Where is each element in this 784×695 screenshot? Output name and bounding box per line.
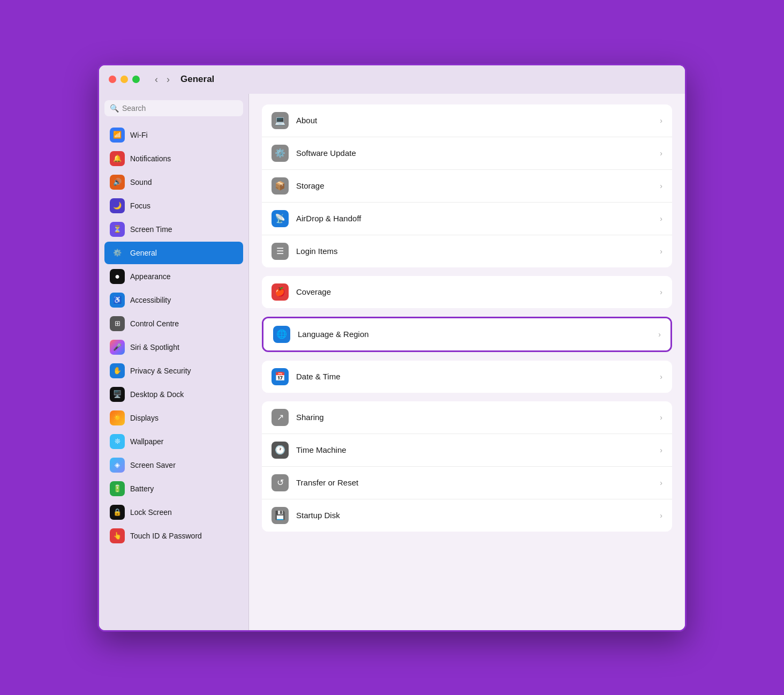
chevron-icon: › [660,149,662,158]
minimize-button[interactable] [120,76,128,83]
content-area: 🔍 📶 Wi-Fi 🔔 Notifications 🔊 Sound 🌙 Focu… [99,94,685,630]
sidebar-item-lock-screen[interactable]: 🔒 Lock Screen [104,501,243,524]
chevron-icon: › [660,182,662,190]
window-title: General [180,74,214,85]
startup-disk-icon: 💾 [272,507,289,524]
sidebar-item-label: Desktop & Dock [130,390,184,399]
date-time-icon: 📅 [272,368,289,385]
privacy-icon: ✋ [110,363,125,378]
settings-group-1: 💻 About › ⚙️ Software Update › 📦 Storage… [262,104,672,267]
sidebar-item-battery[interactable]: 🔋 Battery [104,477,243,500]
siri-icon: 🎤 [110,340,125,355]
language-region-label: Language & Region [298,330,651,339]
sidebar-item-label: Screen Time [130,225,172,234]
sidebar-item-wallpaper[interactable]: ❊ Wallpaper [104,430,243,453]
sidebar-item-sound[interactable]: 🔊 Sound [104,171,243,193]
software-update-icon: ⚙️ [272,145,289,162]
sidebar-item-desktop-dock[interactable]: 🖥️ Desktop & Dock [104,383,243,406]
screen-time-icon: ⏳ [110,222,125,237]
chevron-icon: › [660,116,662,125]
sidebar-item-label: Appearance [130,272,171,281]
sidebar-item-control-centre[interactable]: ⊞ Control Centre [104,312,243,335]
notifications-icon: 🔔 [110,151,125,166]
language-region-row[interactable]: 🌐 Language & Region › [263,318,670,350]
sidebar-item-general[interactable]: ⚙️ General [104,242,243,264]
login-items-row[interactable]: ☰ Login Items › [262,235,672,267]
coverage-icon: 🍎 [272,283,289,301]
sharing-row[interactable]: ↗ Sharing › [262,401,672,434]
sidebar-item-touch-id[interactable]: 👆 Touch ID & Password [104,525,243,547]
sidebar-item-label: Displays [130,414,159,422]
settings-group-5: ↗ Sharing › 🕐 Time Machine › ↺ Transfer … [262,401,672,532]
search-input[interactable] [122,104,238,113]
about-row[interactable]: 💻 About › [262,104,672,137]
coverage-row[interactable]: 🍎 Coverage › [262,276,672,308]
desktop-dock-icon: 🖥️ [110,387,125,402]
sidebar-item-screen-saver[interactable]: ◈ Screen Saver [104,454,243,476]
chevron-icon: › [658,330,661,339]
maximize-button[interactable] [132,76,140,83]
forward-button[interactable]: › [163,73,173,86]
startup-disk-row[interactable]: 💾 Startup Disk › [262,499,672,532]
appearance-icon: ● [110,269,125,284]
sidebar-item-label: General [130,249,157,257]
sidebar-item-siri-spotlight[interactable]: 🎤 Siri & Spotlight [104,336,243,358]
airdrop-handoff-row[interactable]: 📡 AirDrop & Handoff › [262,203,672,235]
sidebar-item-label: Wi-Fi [130,131,148,139]
startup-disk-label: Startup Disk [296,511,652,520]
time-machine-icon: 🕐 [272,442,289,459]
sidebar-item-displays[interactable]: ☀️ Displays [104,407,243,429]
date-time-label: Date & Time [296,372,652,381]
sidebar-item-notifications[interactable]: 🔔 Notifications [104,147,243,170]
sidebar-item-label: Screen Saver [130,461,176,469]
language-region-icon: 🌐 [273,326,290,343]
transfer-reset-row[interactable]: ↺ Transfer or Reset › [262,467,672,499]
nav-buttons: ‹ › [152,73,173,86]
system-preferences-window: ‹ › General 🔍 📶 Wi-Fi 🔔 Notifications 🔊 … [97,64,687,632]
software-update-row[interactable]: ⚙️ Software Update › [262,137,672,170]
login-items-icon: ☰ [272,243,289,260]
settings-list: 💻 About › ⚙️ Software Update › 📦 Storage… [262,104,672,540]
chevron-icon: › [660,372,662,381]
sidebar-item-label: Control Centre [130,319,179,328]
sidebar-item-accessibility[interactable]: ♿ Accessibility [104,289,243,311]
sidebar-item-label: Accessibility [130,296,171,304]
airdrop-icon: 📡 [272,210,289,227]
chevron-icon: › [660,413,662,422]
touch-id-icon: 👆 [110,528,125,543]
transfer-reset-label: Transfer or Reset [296,478,652,487]
sidebar-item-label: Notifications [130,154,171,163]
back-button[interactable]: ‹ [152,73,161,86]
storage-row[interactable]: 📦 Storage › [262,170,672,203]
battery-icon: 🔋 [110,481,125,496]
focus-icon: 🌙 [110,198,125,213]
traffic-lights [109,76,140,83]
sidebar-item-screen-time[interactable]: ⏳ Screen Time [104,218,243,241]
date-time-row[interactable]: 📅 Date & Time › [262,361,672,393]
displays-icon: ☀️ [110,410,125,425]
sidebar-item-label: Touch ID & Password [130,532,202,540]
sidebar-item-label: Privacy & Security [130,367,191,375]
time-machine-label: Time Machine [296,445,652,454]
sidebar-item-appearance[interactable]: ● Appearance [104,265,243,288]
lock-screen-icon: 🔒 [110,505,125,520]
chevron-icon: › [660,288,662,296]
transfer-reset-icon: ↺ [272,474,289,491]
settings-group-3: 🌐 Language & Region › [262,317,672,352]
sidebar-item-focus[interactable]: 🌙 Focus [104,195,243,217]
chevron-icon: › [660,479,662,487]
sidebar-item-label: Sound [130,178,152,186]
sharing-label: Sharing [296,413,652,422]
login-items-label: Login Items [296,246,652,256]
sidebar-item-label: Lock Screen [130,508,172,517]
sidebar-item-privacy-security[interactable]: ✋ Privacy & Security [104,360,243,382]
sidebar-item-wifi[interactable]: 📶 Wi-Fi [104,124,243,146]
wifi-icon: 📶 [110,128,125,143]
sidebar: 🔍 📶 Wi-Fi 🔔 Notifications 🔊 Sound 🌙 Focu… [99,94,249,630]
chevron-icon: › [660,214,662,223]
control-centre-icon: ⊞ [110,316,125,331]
search-bar[interactable]: 🔍 [104,100,243,116]
storage-label: Storage [296,181,652,190]
close-button[interactable] [109,76,116,83]
time-machine-row[interactable]: 🕐 Time Machine › [262,434,672,467]
